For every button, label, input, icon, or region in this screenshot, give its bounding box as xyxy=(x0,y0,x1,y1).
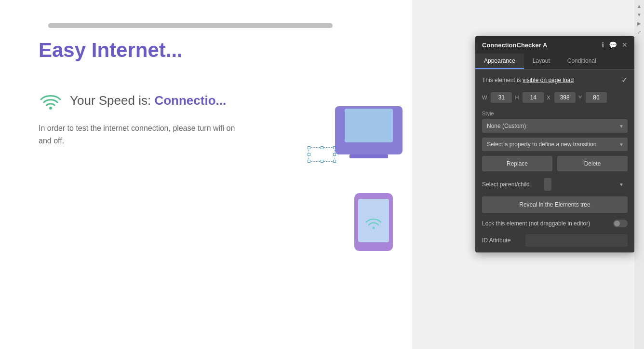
id-attribute-label: ID Attribute xyxy=(482,237,521,244)
parent-child-row: Select parent/child ▼ xyxy=(482,178,628,191)
horizontal-scrollbar[interactable] xyxy=(48,23,333,28)
style-label: Style xyxy=(482,111,628,116)
style-dropdown[interactable]: None (Custom) Default Custom xyxy=(482,119,628,133)
transition-dropdown[interactable]: Select a property to define a new transi… xyxy=(482,138,628,151)
properties-panel: ConnectionChecker A ℹ 💬 ✕ Appearance Lay… xyxy=(475,36,634,252)
visibility-checkmark[interactable]: ✓ xyxy=(621,75,628,84)
y-label: Y xyxy=(578,95,582,100)
svg-point-6 xyxy=(373,227,375,229)
visibility-text: This element is visible on page load xyxy=(482,77,574,84)
reveal-button[interactable]: Reveal in the Elements tree xyxy=(482,196,628,213)
description-text: In order to test the internet connection… xyxy=(39,122,241,147)
visibility-row: This element is visible on page load ✓ xyxy=(482,75,628,84)
replace-button[interactable]: Replace xyxy=(482,156,552,171)
transition-dropdown-wrapper: Select a property to define a new transi… xyxy=(482,138,628,151)
toggle-thumb xyxy=(614,221,620,226)
action-buttons-row: Replace Delete xyxy=(482,156,628,171)
x-label: X xyxy=(547,95,550,100)
tab-layout[interactable]: Layout xyxy=(524,54,559,69)
parent-child-arrow: ▼ xyxy=(619,182,624,187)
arrow-right[interactable]: ▶ xyxy=(637,20,641,28)
delete-button[interactable]: Delete xyxy=(557,156,628,171)
svg-rect-2 xyxy=(345,109,393,142)
illustration xyxy=(306,97,412,251)
h-label: H xyxy=(515,95,519,100)
lock-row: Lock this element (not draggable in edit… xyxy=(482,220,628,227)
id-attribute-row: ID Attribute xyxy=(482,234,628,247)
panel-header-icons: ℹ 💬 ✕ xyxy=(602,41,628,49)
x-input[interactable] xyxy=(554,92,576,103)
lock-toggle[interactable] xyxy=(613,220,628,227)
canvas-area: Easy Internet... Your Speed is: Connecti… xyxy=(0,0,412,349)
style-dropdown-wrapper: None (Custom) Default Custom ▼ xyxy=(482,119,628,133)
dimensions-row: W H X Y xyxy=(482,92,628,103)
panel-header: ConnectionChecker A ℹ 💬 ✕ xyxy=(475,36,634,54)
w-input[interactable] xyxy=(491,92,512,103)
parent-child-label: Select parent/child xyxy=(482,181,540,188)
svg-rect-3 xyxy=(349,154,388,158)
panel-tabs: Appearance Layout Conditional xyxy=(475,54,634,70)
svg-point-0 xyxy=(49,107,52,110)
panel-title: ConnectionChecker A xyxy=(482,42,547,49)
close-icon[interactable]: ✕ xyxy=(622,41,628,49)
y-input[interactable] xyxy=(586,92,607,103)
arrow-up[interactable]: ▲ xyxy=(637,2,642,10)
lock-text: Lock this element (not draggable in edit… xyxy=(482,220,590,227)
svg-rect-5 xyxy=(358,199,389,242)
resize-handle[interactable]: ⤢ xyxy=(637,28,641,36)
wifi-icon xyxy=(39,91,63,110)
right-arrows-bar: ▲ ▼ ▶ ⤢ xyxy=(634,0,644,349)
panel-body: This element is visible on page load ✓ W… xyxy=(475,70,634,252)
speed-text: Your Speed is: Connectio... xyxy=(70,93,226,108)
tab-conditional[interactable]: Conditional xyxy=(559,54,605,69)
arrow-down[interactable]: ▼ xyxy=(637,11,642,19)
parent-child-dropdown[interactable] xyxy=(544,178,551,191)
scrollbar-thumb[interactable] xyxy=(48,23,333,28)
tab-appearance[interactable]: Appearance xyxy=(475,54,524,69)
comment-icon[interactable]: 💬 xyxy=(609,41,617,49)
id-attribute-input[interactable] xyxy=(525,234,628,247)
h-input[interactable] xyxy=(523,92,544,103)
info-icon[interactable]: ℹ xyxy=(602,41,604,49)
w-label: W xyxy=(482,95,487,100)
main-title: Easy Internet... xyxy=(39,39,400,62)
